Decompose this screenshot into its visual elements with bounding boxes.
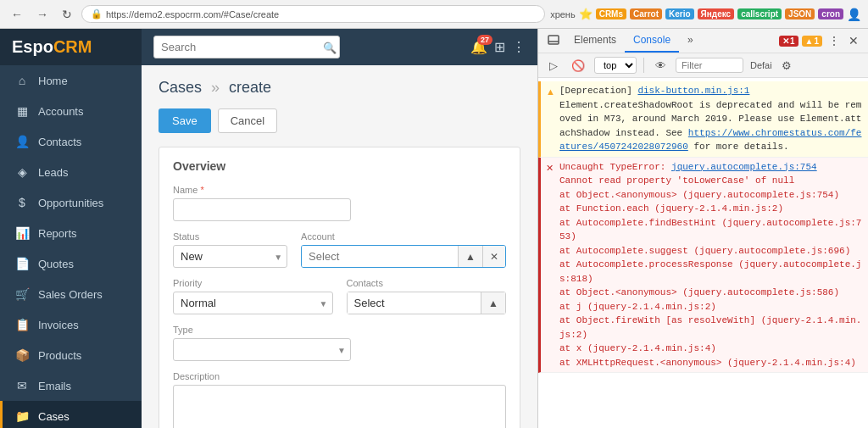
search-input[interactable] <box>153 36 340 58</box>
warn-count-badge: ▲1 <box>802 36 822 47</box>
ext-json: JSON <box>785 8 815 19</box>
status-label: Status <box>173 231 287 242</box>
devtools-more-button[interactable]: ⋮ <box>826 31 843 50</box>
ext-callscript: callscript <box>737 8 782 19</box>
contacts-expand-button[interactable]: ▲ <box>481 292 505 314</box>
error-prefix: Uncaught TypeError: <box>559 162 671 172</box>
ext-crms: CRMs <box>596 8 626 19</box>
console-output: ▲ [Deprecation] disk-button.min.js:1 Ele… <box>538 78 868 428</box>
sidebar-item-label: Emails <box>38 380 71 392</box>
sidebar-item-emails[interactable]: ✉ Emails <box>0 370 142 401</box>
console-run-button[interactable]: ▷ <box>545 58 562 74</box>
sidebar-item-quotes[interactable]: 📄 Quotes <box>0 248 142 279</box>
more-button[interactable]: ⋮ <box>512 39 526 55</box>
devtools-panel: Elements Console » ✕1 ▲1 ⋮ ✕ ▷ 🚫 top 👁 <box>537 29 868 428</box>
sidebar-item-label: Quotes <box>38 258 74 270</box>
devtools-close-button[interactable]: ✕ <box>846 31 861 50</box>
account-expand-button[interactable]: ▲ <box>458 246 482 267</box>
error-body: Cannot read property 'toLowerCase' of nu… <box>559 175 861 368</box>
tab-more[interactable]: » <box>679 29 702 53</box>
opportunities-icon: $ <box>14 195 30 210</box>
tab-console[interactable]: Console <box>625 29 679 53</box>
profile-icon: 👤 <box>847 8 861 21</box>
console-eye-button[interactable]: 👁 <box>651 58 670 74</box>
forward-button[interactable]: → <box>32 6 53 23</box>
cancel-button[interactable]: Cancel <box>218 108 277 133</box>
priority-group: Priority Low Normal High Urgent ▼ <box>173 278 333 314</box>
name-input[interactable] <box>173 198 351 221</box>
logo-espo: Espo <box>12 37 53 56</box>
url-bar[interactable]: 🔒 https://demo2.espocrm.com/#Case/create <box>81 5 545 23</box>
bookmarks-icon: ⭐ <box>579 8 593 20</box>
logo-crm: CRM <box>53 37 92 56</box>
sidebar-item-label: Home <box>38 75 68 87</box>
status-select[interactable]: New Assigned Pending Closed Rejected Dup… <box>173 245 287 268</box>
account-group: Account ▲ ✕ <box>301 231 506 268</box>
cases-icon: 📁 <box>14 409 30 424</box>
breadcrumb: Cases » create <box>159 79 520 97</box>
sidebar-item-reports[interactable]: 📊 Reports <box>0 218 142 248</box>
breadcrumb-parent[interactable]: Cases <box>159 79 202 96</box>
filter-input[interactable] <box>676 58 743 73</box>
notification-button[interactable]: 🔔 27 <box>470 39 487 55</box>
invoices-icon: 📋 <box>14 317 30 332</box>
console-error-text: Uncaught TypeError: jquery.autocomplete.… <box>559 160 863 370</box>
deprecation-link[interactable]: disk-button.min.js:1 <box>637 86 749 96</box>
sidebar-item-cases[interactable]: 📁 Cases <box>0 401 142 428</box>
status-account-row: Status New Assigned Pending Closed Rejec… <box>173 231 506 268</box>
top-bar-icons: 🔔 27 ⊞ ⋮ <box>470 39 526 55</box>
priority-label: Priority <box>173 278 333 288</box>
devtools-dock-button[interactable] <box>545 32 562 49</box>
console-settings-button[interactable]: ⚙ <box>777 58 796 74</box>
account-input[interactable] <box>302 246 458 267</box>
search-button[interactable]: 🔍 <box>323 41 337 53</box>
svg-rect-0 <box>548 36 559 44</box>
priority-select[interactable]: Low Normal High Urgent <box>173 292 333 314</box>
sidebar-item-label: Cases <box>38 410 70 423</box>
sidebar-item-home[interactable]: ⌂ Home <box>0 65 142 96</box>
account-clear-button[interactable]: ✕ <box>482 246 505 267</box>
name-label: Name * <box>173 185 506 195</box>
status-select-wrapper: New Assigned Pending Closed Rejected Dup… <box>173 245 287 268</box>
url-text: https://demo2.espocrm.com/#Case/create <box>106 9 279 19</box>
console-block-button[interactable]: 🚫 <box>567 58 589 74</box>
contacts-wrapper: Select ▲ <box>347 292 507 314</box>
sidebar-item-invoices[interactable]: 📋 Invoices <box>0 309 142 340</box>
sidebar-item-accounts[interactable]: ▦ Accounts <box>0 96 142 126</box>
ext-hren: хрень <box>550 9 576 19</box>
dock-icon <box>548 35 559 47</box>
context-select[interactable]: top <box>594 57 637 74</box>
refresh-button[interactable]: ↻ <box>58 6 76 23</box>
required-marker: * <box>200 185 203 195</box>
sidebar-item-products[interactable]: 📦 Products <box>0 340 142 370</box>
description-group: Description <box>173 371 506 428</box>
sidebar-item-leads[interactable]: ◈ Leads <box>0 157 142 187</box>
type-select[interactable] <box>173 338 351 361</box>
contacts-label: Contacts <box>347 278 507 288</box>
top-bar: 🔍 🔔 27 ⊞ ⋮ <box>142 29 537 65</box>
error-link[interactable]: jquery.autocomplete.js:754 <box>671 162 817 172</box>
priority-select-wrapper: Low Normal High Urgent ▼ <box>173 292 333 314</box>
sidebar-item-label: Leads <box>38 166 68 179</box>
action-buttons: Save Cancel <box>159 108 520 133</box>
description-label: Description <box>173 371 506 381</box>
save-button[interactable]: Save <box>159 108 211 133</box>
description-textarea[interactable] <box>173 385 506 428</box>
devtools-header-icons: ✕1 ▲1 ⋮ ✕ <box>779 31 861 50</box>
contacts-icon: 👤 <box>14 134 30 149</box>
back-button[interactable]: ← <box>7 6 27 23</box>
sidebar-item-opportunities[interactable]: $ Opportunities <box>0 187 142 218</box>
ext-yandex: Яндекс <box>698 8 735 19</box>
form-panel: Overview Name * Status <box>159 147 520 428</box>
sales-orders-icon: 🛒 <box>14 286 30 302</box>
console-entry-warning: ▲ [Deprecation] disk-button.min.js:1 Ele… <box>538 81 868 158</box>
deprecation-prefix: [Deprecation] <box>559 86 637 96</box>
sidebar-item-contacts[interactable]: 👤 Contacts <box>0 126 142 157</box>
grid-button[interactable]: ⊞ <box>494 39 505 55</box>
reports-icon: 📊 <box>14 225 30 241</box>
logo: EspoCRM <box>0 29 142 65</box>
sidebar-item-sales-orders[interactable]: 🛒 Sales Orders <box>0 279 142 309</box>
contacts-select[interactable]: Select <box>348 292 481 314</box>
tab-elements[interactable]: Elements <box>565 29 625 53</box>
sidebar-item-label: Sales Orders <box>38 288 103 301</box>
